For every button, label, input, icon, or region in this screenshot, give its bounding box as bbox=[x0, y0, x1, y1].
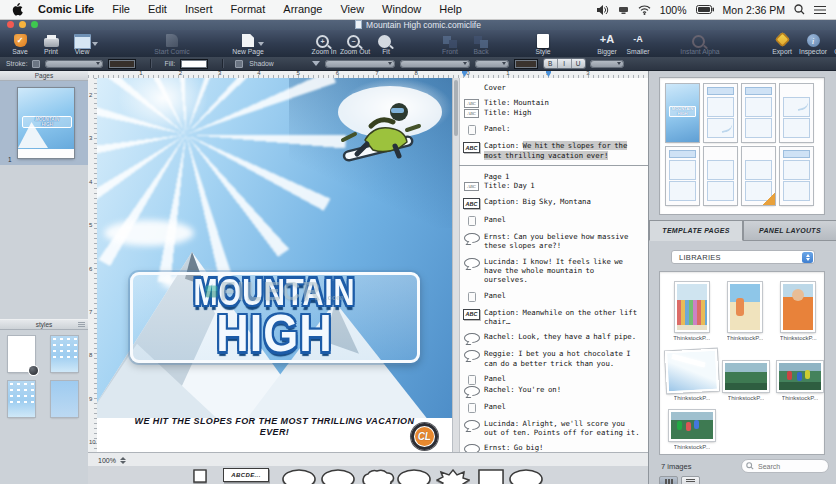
font-weight-dropdown[interactable] bbox=[475, 60, 509, 68]
script-entry[interactable]: Ernst: Go big! bbox=[459, 443, 649, 452]
script-entry[interactable]: Panel bbox=[459, 402, 649, 413]
bold-button[interactable]: B bbox=[544, 59, 558, 68]
script-text[interactable]: Caption: Meanwhile on the other lift cha… bbox=[484, 308, 649, 327]
menu-item-view[interactable]: View bbox=[331, 0, 373, 19]
script-entry[interactable]: Panel bbox=[459, 374, 649, 385]
template-page-thumbnail-6[interactable] bbox=[704, 147, 737, 205]
text-style-segment[interactable]: B I U bbox=[544, 59, 585, 68]
script-text[interactable]: Panel: bbox=[484, 124, 649, 135]
menu-item-arrange[interactable]: Arrange bbox=[274, 0, 331, 19]
menu-item-window[interactable]: Window bbox=[373, 0, 430, 19]
script-text[interactable]: Title: Mountain bbox=[484, 98, 649, 108]
toolbar-button-colors[interactable]: Colors bbox=[832, 30, 836, 55]
template-page-thumbnail-5[interactable] bbox=[666, 147, 699, 205]
script-text[interactable]: Panel bbox=[484, 402, 649, 413]
toolbar-button-inspector[interactable]: iInspector bbox=[801, 30, 825, 55]
script-entry[interactable]: Panel bbox=[459, 291, 649, 302]
script-entry[interactable]: Ernst: Can you believe how massive these… bbox=[459, 232, 649, 251]
balloon-tool-cloud[interactable] bbox=[358, 469, 396, 484]
script-entry[interactable]: Cover bbox=[459, 83, 649, 92]
list-view-button[interactable] bbox=[681, 476, 700, 484]
wifi-icon[interactable] bbox=[638, 5, 651, 15]
script-text[interactable]: Panel bbox=[484, 291, 649, 302]
menu-item-insert[interactable]: Insert bbox=[176, 0, 222, 19]
library-thumbnail[interactable] bbox=[728, 282, 762, 332]
script-text[interactable]: Rachel: You're on! bbox=[484, 385, 649, 396]
library-search-field[interactable] bbox=[741, 459, 829, 473]
library-image[interactable]: ThinkstockP... bbox=[778, 361, 822, 401]
style-swatch-snow-2[interactable] bbox=[8, 381, 35, 417]
style-swatch-white[interactable] bbox=[8, 336, 35, 372]
underline-button[interactable]: U bbox=[572, 59, 585, 68]
library-thumbnail[interactable] bbox=[777, 361, 823, 392]
cover-tagline[interactable]: WE HIT THE SLOPES FOR THE MOST THRILLING… bbox=[125, 416, 423, 439]
template-page-thumbnail-1[interactable]: MOUNTAIN HIGH bbox=[666, 84, 699, 142]
apple-menu-icon[interactable] bbox=[12, 3, 23, 16]
toolbar-button-new-page[interactable]: New Page bbox=[236, 30, 260, 55]
page-thumbnail-row-selected[interactable]: MOUNTAIN HIGH 1 bbox=[0, 81, 88, 165]
menu-item-help[interactable]: Help bbox=[430, 0, 471, 19]
script-panel[interactable]: CoverABCTitle: MountainABCTitle: HighPan… bbox=[452, 78, 649, 452]
template-page-thumbnail-4[interactable] bbox=[780, 84, 813, 142]
script-text[interactable]: Rachel: Look, they have a half pipe. bbox=[484, 332, 649, 343]
library-image[interactable]: ThinkstockP... bbox=[670, 350, 714, 401]
battery-icon[interactable] bbox=[696, 5, 714, 14]
font-size-dropdown[interactable] bbox=[400, 60, 470, 68]
script-text[interactable]: Cover bbox=[484, 83, 649, 92]
library-thumbnail[interactable] bbox=[675, 282, 709, 332]
balloon-tool-burst[interactable] bbox=[436, 469, 470, 484]
text-color-swatch[interactable] bbox=[514, 59, 538, 69]
script-text[interactable]: Caption: Big Sky, Montana bbox=[484, 197, 649, 209]
library-image[interactable]: ThinkstockP... bbox=[777, 282, 820, 341]
library-image[interactable]: ThinkstockP... bbox=[670, 410, 714, 450]
script-entry[interactable]: Panel bbox=[459, 215, 649, 226]
spacing-dropdown[interactable] bbox=[590, 60, 624, 68]
font-family-dropdown[interactable] bbox=[325, 60, 395, 68]
style-swatch-snow[interactable] bbox=[51, 336, 78, 372]
balloon-tool-ellipse[interactable] bbox=[320, 469, 356, 484]
script-text[interactable]: Caption: We hit the slopes for the most … bbox=[484, 141, 649, 160]
script-text[interactable]: Panel bbox=[484, 215, 649, 226]
script-entry[interactable]: Lucinda: Alright, we'll score you out of… bbox=[459, 419, 649, 438]
toolbar-button-bigger[interactable]: +ABigger bbox=[595, 30, 619, 55]
toolbar-button-view[interactable]: View bbox=[70, 30, 94, 55]
menu-item-file[interactable]: File bbox=[103, 0, 139, 19]
balloon-tool-ellipse[interactable] bbox=[508, 469, 544, 484]
script-entry[interactable]: ABCTitle: High bbox=[459, 108, 649, 118]
script-entry[interactable]: ABCCaption: Big Sky, Montana bbox=[459, 197, 649, 209]
toolbar-button-style[interactable]: Style bbox=[531, 30, 555, 55]
script-entry[interactable]: ABCCaption: Meanwhile on the other lift … bbox=[459, 308, 649, 327]
italic-button[interactable]: I bbox=[558, 59, 572, 68]
library-image[interactable]: ThinkstockP... bbox=[723, 282, 766, 341]
script-entry[interactable]: ABCTitle: Mountain bbox=[459, 98, 649, 108]
search-input[interactable] bbox=[756, 462, 824, 471]
text-align-dropdown[interactable] bbox=[312, 61, 320, 66]
library-image[interactable]: ThinkstockP... bbox=[670, 282, 713, 341]
style-swatch-blue[interactable] bbox=[51, 381, 78, 417]
script-entry[interactable]: Lucinda: I know! It feels like we have t… bbox=[459, 257, 649, 285]
script-entry[interactable]: Rachel: Look, they have a half pipe. bbox=[459, 332, 649, 343]
toolbar-button-export[interactable]: Export bbox=[770, 30, 794, 55]
script-text[interactable]: Ernst: Can you believe how massive these… bbox=[484, 232, 649, 251]
script-text[interactable]: Title: High bbox=[484, 108, 649, 118]
toolbar-button-print[interactable]: Print bbox=[39, 30, 63, 55]
balloon-tool-ellipse[interactable] bbox=[396, 469, 432, 484]
menu-item-edit[interactable]: Edit bbox=[139, 0, 176, 19]
notification-center-icon[interactable] bbox=[814, 5, 826, 15]
stroke-style-dropdown[interactable] bbox=[45, 60, 103, 68]
menu-item-format[interactable]: Format bbox=[221, 0, 274, 19]
toolbar-button-fit[interactable]: Fit bbox=[374, 30, 398, 55]
library-image[interactable]: ThinkstockP... bbox=[724, 361, 768, 401]
menu-clock[interactable]: Mon 2:36 PM bbox=[723, 4, 785, 16]
script-text[interactable]: Lucinda: Alright, we'll score you out of… bbox=[484, 419, 649, 438]
script-text[interactable]: Reggie: I bet you a hot chocolate I can … bbox=[484, 349, 649, 368]
tab-template-pages[interactable]: TEMPLATE PAGES bbox=[649, 220, 743, 241]
toolbar-button-zoom-in[interactable]: +Zoom In bbox=[312, 30, 336, 55]
script-text[interactable]: Ernst: Go big! bbox=[484, 443, 649, 452]
balloon-tool-ellipse[interactable] bbox=[281, 469, 317, 484]
grid-view-button[interactable] bbox=[659, 476, 678, 484]
canvas-page[interactable]: FILECR .com MOUNTAIN HIGH WE HIT THE SLO… bbox=[97, 78, 452, 452]
library-thumbnail[interactable] bbox=[781, 282, 815, 332]
script-text[interactable]: Title: Day 1 bbox=[484, 181, 649, 191]
fill-color-swatch[interactable] bbox=[180, 59, 208, 69]
